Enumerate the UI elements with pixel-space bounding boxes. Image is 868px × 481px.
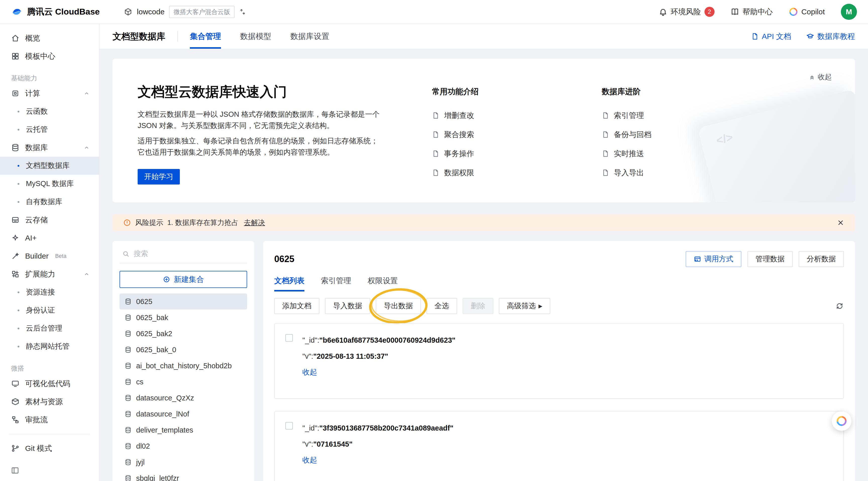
feature-aggregate-search[interactable]: 聚合搜索 [432,125,479,144]
tab-db-settings[interactable]: 数据库设置 [290,24,329,49]
chevron-up-icon [83,145,90,151]
document-icon [432,131,439,138]
collection-item-deliver_templates[interactable]: deliver_templates [120,422,247,438]
detail-tabs: 文档列表 索引管理 权限设置 [274,276,844,291]
sidebar-collapse-button[interactable] [11,467,19,476]
sidebar-item-cloud-storage[interactable]: 云存储 [0,211,99,229]
avatar[interactable]: M [841,4,857,20]
sidebar-item-mysql-database[interactable]: MySQL 数据库 [0,175,99,193]
banner-collapse-button[interactable]: 收起 [809,72,832,82]
sidebar-item-resource-connect[interactable]: 资源连接 [0,283,99,301]
sidebar-item-approval[interactable]: 审批流 [0,411,99,429]
feature-crud[interactable]: 增删查改 [432,106,479,125]
sidebar-item-ai[interactable]: AI+ [0,229,99,247]
copilot-icon [789,7,798,16]
collection-item-jyjl[interactable]: jyjl [120,454,247,470]
warning-icon [123,219,131,227]
database-icon [125,443,132,450]
advanced-import-export[interactable]: 导入导出 [602,163,651,182]
help-center-button[interactable]: 帮助中心 [731,7,773,17]
sidebar-item-static-hosting[interactable]: 静态网站托管 [0,338,99,355]
environment-selector[interactable]: lowcode 微搭大客户混合云版 [124,6,246,18]
advanced-filter-button[interactable]: 高级筛选 ▶ [499,298,550,314]
tab-permission-settings[interactable]: 权限设置 [368,276,398,291]
tutorial-link[interactable]: 数据库教程 [806,31,855,42]
delete-button[interactable]: 删除 [463,298,493,314]
analyze-data-button[interactable]: 分析数据 [799,251,844,267]
env-risk-button[interactable]: 环境风险 2 [659,7,715,17]
sidebar-item-doc-database[interactable]: 文档型数据库 [0,157,99,175]
plus-circle-icon [163,276,170,283]
collection-item-cs[interactable]: cs [120,374,247,390]
sidebar-item-overview[interactable]: 概览 [0,29,99,47]
advanced-backup-restore[interactable]: 备份与回档 [602,125,651,144]
main-area: 文档型数据库 集合管理 数据模型 数据库设置 API 文档 数据库教程 [99,24,868,481]
sidebar-item-identity[interactable]: 身份认证 [0,301,99,319]
sidebar-section-basic: 基础能力 [0,72,99,84]
tab-doc-list[interactable]: 文档列表 [274,276,304,291]
doc-checkbox[interactable] [285,334,293,342]
collection-title: 0625 [274,254,294,264]
add-doc-button[interactable]: 添加文档 [274,298,319,314]
bell-icon [659,7,667,16]
doc-toolbar: 添加文档 导入数据 导出数据 全选 删除 [274,298,844,314]
collection-item-0625_bak_0[interactable]: 0625_bak_0 [120,342,247,358]
sidebar-item-self-database[interactable]: 自有数据库 [0,193,99,211]
sidebar-item-template-center[interactable]: 模板中心 [0,47,99,65]
risk-alert-banner: 风险提示 1. 数据库存在算力抢占 去解决 [113,214,855,231]
refresh-icon[interactable] [835,302,844,310]
copilot-button[interactable]: Copilot [789,7,825,16]
cloudbase-logo[interactable]: 腾讯云 CloudBase [11,6,100,18]
database-icon [125,362,132,369]
collection-item-datasource_lNof[interactable]: datasource_lNof [120,406,247,422]
collection-item-0625_bak2[interactable]: 0625_bak2 [120,326,247,342]
tab-data-model[interactable]: 数据模型 [240,24,271,49]
close-icon[interactable] [837,219,844,226]
sidebar-item-git-mode[interactable]: Git 模式 [0,439,99,457]
sidebar-item-builder[interactable]: Builder Beta [0,247,99,265]
sidebar-item-cloud-function[interactable]: 云函数 [0,102,99,121]
feature-transaction[interactable]: 事务操作 [432,144,479,163]
collection-item-sbglgj_let0fzr[interactable]: sbglgj_let0fzr [120,470,247,481]
doc-collapse-link[interactable]: 收起 [302,452,843,468]
doc-collapse-link[interactable]: 收起 [302,364,843,380]
graduation-cap-icon [806,32,814,40]
doc-checkbox[interactable] [285,422,293,429]
collection-item-0625_bak[interactable]: 0625_bak [120,310,247,326]
new-collection-button[interactable]: 新建集合 [120,271,247,288]
database-icon [125,298,132,305]
feature-data-permission[interactable]: 数据权限 [432,163,479,182]
sidebar-item-cloud-run[interactable]: 云托管 [0,121,99,138]
sidebar-item-backend-admin[interactable]: 云后台管理 [0,319,99,338]
sidebar-item-assets[interactable]: 素材与资源 [0,393,99,411]
collection-item-dl02[interactable]: dl02 [120,438,247,454]
collection-item-ai_bot_chat_history[interactable]: ai_bot_chat_history_5hobd2b [120,358,247,374]
advanced-index-management[interactable]: 索引管理 [602,106,651,125]
export-data-button[interactable]: 导出数据 [376,298,421,314]
advanced-realtime-push[interactable]: 实时推送 [602,144,651,163]
invoke-method-button[interactable]: 调用方式 [686,251,741,267]
cpu-icon [11,89,20,98]
search-icon [122,250,130,258]
tab-collection-management[interactable]: 集合管理 [190,24,221,49]
banner-desc-2: 适用于数据集独立、每条记录自包含所有信息的场景，例如日志存储系统；它也适用于数据… [137,135,381,158]
collection-item-0625[interactable]: 0625 [120,293,247,310]
copilot-fab[interactable] [832,411,851,431]
tab-index-management[interactable]: 索引管理 [321,276,351,291]
collection-item-datasource_QzXz[interactable]: datasource_QzXz [120,390,247,406]
sidebar-group-compute[interactable]: 计算 [0,84,99,102]
collection-detail-panel: 0625 调用方式 管理数据 分析数据 文档列表 [263,241,855,481]
manage-data-button[interactable]: 管理数据 [747,251,793,267]
panel-collapse-icon [11,467,19,475]
resolve-link[interactable]: 去解决 [244,218,265,227]
sidebar-group-extend[interactable]: 扩展能力 [0,265,99,283]
search-input[interactable] [134,250,245,258]
sidebar-group-database[interactable]: 数据库 [0,138,99,157]
import-data-button[interactable]: 导入数据 [325,298,370,314]
start-learning-button[interactable]: 开始学习 [137,169,180,185]
bullet-dot [18,291,19,293]
database-icon [125,459,132,466]
sidebar-item-lowcode[interactable]: 可视化低代码 [0,375,99,393]
select-all-button[interactable]: 全选 [427,298,457,314]
api-doc-link[interactable]: API 文档 [751,31,791,42]
